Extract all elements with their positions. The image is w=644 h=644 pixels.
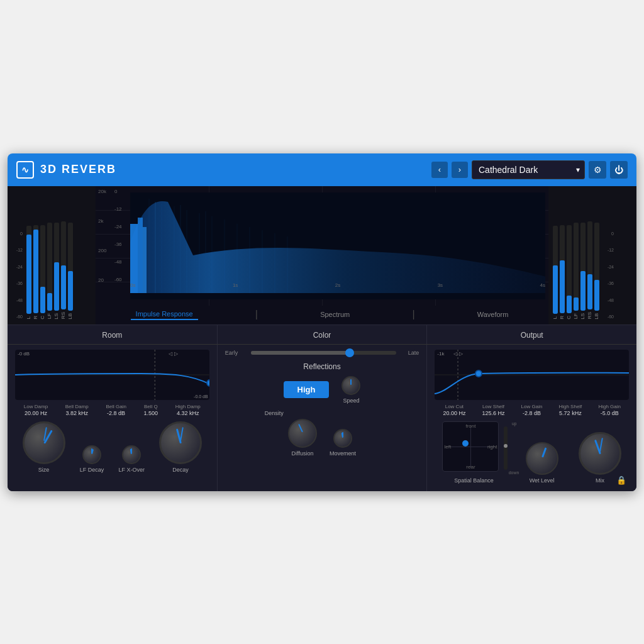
knob-group-speed: Speed	[341, 376, 360, 404]
output-eq-params: Low Cut 20.00 Hz Low Shelf 125.6 Hz Low …	[435, 404, 629, 416]
knob-group-lf-decay: LF Decay	[80, 445, 104, 473]
spatial-v-slider[interactable]	[504, 426, 508, 470]
svg-rect-2	[138, 218, 143, 293]
color-title: Color	[313, 331, 331, 340]
tab-impulse-response[interactable]: Impulse Response	[131, 309, 198, 320]
room-eq-svg	[15, 350, 209, 400]
early-late-slider[interactable]	[251, 351, 397, 355]
svg-point-21	[207, 380, 209, 386]
display-graph: 20k 2k 200 20 0 -12 -24 -36 -48 -60	[96, 186, 548, 306]
right-meters-group: L R C LF LS	[552, 215, 599, 319]
out-meter-bar-LS: LS	[580, 223, 586, 319]
output-panel: -1k ◁ ▷	[427, 345, 636, 491]
out-eq-param-low-cut: Low Cut 20.00 Hz	[443, 404, 465, 416]
diffusion-movement-row: Diffusion Movement	[288, 419, 356, 457]
nav-prev-button[interactable]: ‹	[431, 162, 448, 178]
eq-param-bell-q: Bell Q 1.500	[144, 404, 158, 416]
room-eq-params: Low Damp 20.00 Hz Bell Damp 3.82 kHz Bel…	[15, 404, 209, 416]
density-speed-labels: Density Speed	[225, 410, 419, 416]
out-meter-bar-C: C	[566, 225, 572, 319]
lock-icon[interactable]: 🔒	[616, 475, 626, 485]
lf-decay-knob[interactable]	[82, 445, 101, 464]
color-panel-inner: Early Late Reflections High	[225, 350, 419, 457]
speed-knob[interactable]	[341, 376, 360, 395]
eq-param-low-damp: Low Damp 20.00 Hz	[24, 404, 48, 416]
output-range-arrows: ◁ ▷	[453, 351, 462, 357]
spatial-balance-group: front rear left right	[442, 421, 505, 484]
room-eq-area: -0 dB ◁ ▷ -0.0 dB	[15, 350, 209, 400]
tab-spectrum[interactable]: Spectrum	[315, 309, 355, 319]
output-eq-area: -1k ◁ ▷	[435, 350, 629, 400]
db-scale-display-left: 0 -12 -24 -36 -48 -60	[114, 189, 122, 283]
knob-group-movement: Movement	[330, 429, 356, 457]
time-axis: 0s 1s 2s 3s 4s	[130, 282, 545, 288]
out-meter-bar-LF: LF	[573, 223, 579, 319]
eq-param-bell-damp: Bell Damp 3.82 kHz	[65, 404, 89, 416]
left-meters-group: L R C LF LS	[26, 215, 73, 319]
knob-group-density: Diffusion	[288, 419, 317, 457]
plugin-header: ∿ 3D REVERB ‹ › Cathedral Dark ▾ ⚙ ⏻	[8, 153, 636, 186]
spatial-dot[interactable]	[462, 440, 469, 447]
decay-knob[interactable]	[159, 421, 202, 464]
room-range-indicator: -0 dB	[18, 351, 30, 357]
panels-row: -0 dB ◁ ▷ -0.0 dB	[8, 344, 636, 491]
reflections-controls: High Speed	[284, 376, 361, 404]
logo-icon: ∿	[16, 161, 34, 179]
out-eq-param-low-gain: Low Gain -2.8 dB	[521, 404, 543, 416]
right-meter-scale: 0 -12 -24 -36 -48 -60	[602, 231, 615, 319]
movement-knob[interactable]	[333, 429, 352, 448]
knob-group-mix: Mix 🔒	[579, 432, 621, 484]
lf-xover-knob[interactable]	[122, 445, 141, 464]
knob-group-size: Size	[23, 421, 65, 473]
main-display: 20k 2k 200 20 0 -12 -24 -36 -48 -60	[96, 186, 548, 325]
tab-waveform[interactable]: Waveform	[472, 309, 514, 319]
room-panel: -0 dB ◁ ▷ -0.0 dB	[8, 345, 218, 491]
left-meter-strip: 0 -12 -24 -36 -48 -60 L R	[8, 186, 96, 325]
main-body: 0 -12 -24 -36 -48 -60 L R	[8, 186, 636, 491]
meter-bar-C: C	[40, 225, 45, 319]
settings-button[interactable]: ⚙	[589, 161, 606, 179]
plugin-container: ∿ 3D REVERB ‹ › Cathedral Dark ▾ ⚙ ⏻ 0	[8, 153, 636, 491]
svg-point-24	[475, 370, 482, 377]
spatial-balance-label: Spatial Balance	[454, 477, 494, 484]
down-label: down	[509, 470, 519, 475]
up-label: up	[512, 421, 517, 426]
header-left: ∿ 3D REVERB	[16, 161, 116, 179]
density-knob[interactable]	[288, 419, 317, 448]
left-meter-scale: 0 -12 -24 -36 -48 -60	[11, 231, 24, 319]
reflections-title: Reflections	[303, 362, 340, 371]
header-right: ‹ › Cathedral Dark ▾ ⚙ ⏻	[431, 160, 628, 179]
out-meter-bar-R: R	[559, 225, 565, 319]
color-panel: Early Late Reflections High	[218, 345, 428, 491]
knob-group-lf-xover: LF X-Over	[118, 445, 145, 473]
section-titles-row: Room Color Output	[8, 325, 636, 344]
out-meter-bar-LB: LB	[594, 223, 599, 319]
plugin-title: 3D REVERB	[40, 163, 116, 176]
high-button[interactable]: High	[284, 381, 330, 398]
out-eq-param-high-shelf: High Shelf 5.72 kHz	[558, 404, 582, 416]
room-title: Room	[102, 331, 122, 340]
meter-bar-L: L	[26, 226, 31, 319]
knob-group-wet-level: Wet Level	[526, 442, 558, 484]
meter-bar-LF: LF	[47, 223, 52, 319]
output-knobs-row: front rear left right	[435, 421, 629, 484]
power-button[interactable]: ⏻	[610, 161, 628, 179]
eq-param-high-damp: High Damp 4.32 kHz	[175, 404, 201, 416]
density-label: Density	[265, 410, 284, 416]
output-eq-svg	[435, 350, 629, 400]
out-eq-param-high-gain: High Gain -5.0 dB	[598, 404, 621, 416]
meter-bar-RS: RS	[60, 221, 66, 319]
nav-next-button[interactable]: ›	[452, 162, 468, 178]
room-knobs-row: Size LF Decay LF X-Over	[15, 421, 209, 473]
eq-param-bell-gain: Bell Gain -2.8 dB	[106, 404, 126, 416]
preset-dropdown[interactable]: Cathedral Dark	[472, 160, 585, 179]
output-range-label: -1k	[437, 351, 444, 357]
wet-level-knob[interactable]	[526, 442, 558, 475]
out-meter-bar-L: L	[552, 226, 558, 319]
early-late-slider-row: Early Late	[225, 350, 419, 356]
mix-knob[interactable]	[579, 432, 621, 475]
size-knob[interactable]	[23, 421, 65, 464]
right-meter-strip: L R C LF LS	[548, 186, 636, 325]
display-tabs: Impulse Response | Spectrum | Waveform	[96, 306, 548, 323]
knob-group-decay: Decay	[159, 421, 202, 473]
